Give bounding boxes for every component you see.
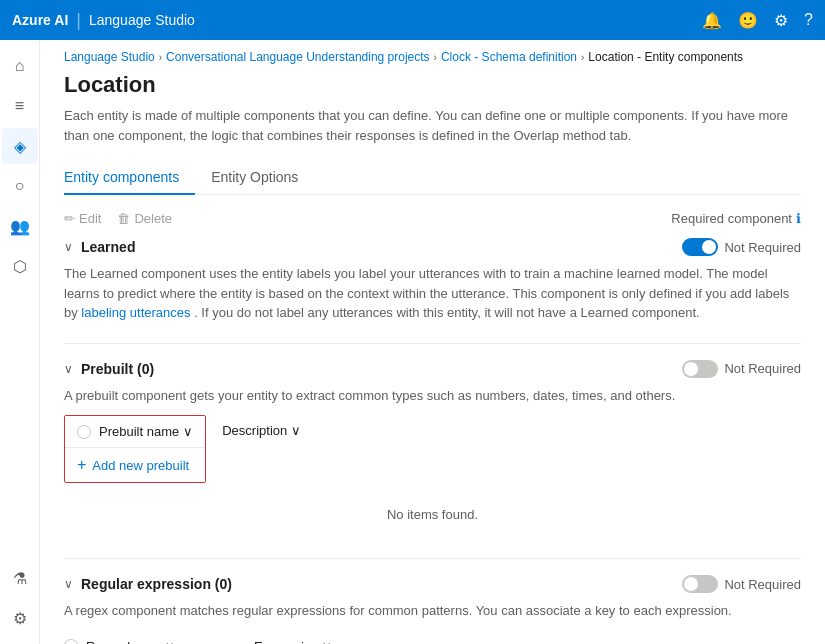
prebuilt-col1-chevron: ∨ <box>183 424 193 439</box>
prebuilt-toggle-area: Not Required <box>682 360 801 378</box>
page-title: Location <box>64 72 801 98</box>
sidebar-icon-beaker[interactable]: ⚗ <box>2 560 38 596</box>
section-prebuilt-title-row: ∨ Prebuilt (0) <box>64 361 154 377</box>
learned-toggle-knob <box>702 240 716 254</box>
regex-key-sort-icon: ↑↓ <box>151 641 161 645</box>
regex-description: A regex component matches regular expres… <box>64 601 801 621</box>
sidebar-icon-box[interactable]: ⬡ <box>2 248 38 284</box>
regex-key-col-header[interactable]: Regex key ↑↓ ∨ <box>86 639 246 645</box>
section-learned-title-row: ∨ Learned <box>64 239 135 255</box>
main-layout: ⌂ ≡ ◈ ○ 👥 ⬡ ⚗ ⚙ Language Studio › Conver… <box>0 40 825 644</box>
sidebar: ⌂ ≡ ◈ ○ 👥 ⬡ ⚗ ⚙ <box>0 40 40 644</box>
labeling-utterances-link[interactable]: labeling utterances <box>81 305 190 320</box>
regex-key-label: Regex key <box>86 639 147 645</box>
breadcrumb-item-1[interactable]: Language Studio <box>64 50 155 64</box>
edit-icon: ✏ <box>64 211 75 226</box>
section-learned-header: ∨ Learned Not Required <box>64 238 801 256</box>
section-regex: ∨ Regular expression (0) Not Required A … <box>64 575 801 644</box>
prebuilt-toggle[interactable] <box>682 360 718 378</box>
sidebar-icon-entity[interactable]: ◈ <box>2 128 38 164</box>
breadcrumb-item-3[interactable]: Clock - Schema definition <box>441 50 577 64</box>
description-col-header[interactable]: Description ∨ <box>222 423 301 438</box>
prebuilt-chevron-icon[interactable]: ∨ <box>64 362 73 376</box>
regex-toggle-label: Not Required <box>724 577 801 592</box>
delete-label: Delete <box>134 211 172 226</box>
delete-icon: 🗑 <box>117 211 130 226</box>
regex-toggle[interactable] <box>682 575 718 593</box>
learned-chevron-icon[interactable]: ∨ <box>64 240 73 254</box>
sidebar-icon-home[interactable]: ⌂ <box>2 48 38 84</box>
sidebar-icon-menu[interactable]: ≡ <box>2 88 38 124</box>
regex-toggle-knob <box>684 577 698 591</box>
top-navigation: Azure AI | Language Studio 🔔 🙂 ⚙ ? <box>0 0 825 40</box>
breadcrumb-sep-3: › <box>581 52 584 63</box>
divider-1 <box>64 343 801 344</box>
learned-title: Learned <box>81 239 135 255</box>
learned-description: The Learned component uses the entity la… <box>64 264 801 323</box>
required-component-label: Required component <box>671 211 792 226</box>
add-prebuilt-label: Add new prebuilt <box>92 458 189 473</box>
regex-radio[interactable] <box>64 639 78 644</box>
required-info-icon[interactable]: ℹ <box>796 211 801 226</box>
learned-toggle[interactable] <box>682 238 718 256</box>
edit-button[interactable]: ✏ Edit <box>64 211 101 226</box>
regex-table-header: Regex key ↑↓ ∨ Expression ∨ <box>64 631 801 645</box>
breadcrumb-sep-1: › <box>159 52 162 63</box>
toolbar: ✏ Edit 🗑 Delete Required component ℹ <box>64 211 801 226</box>
prebuilt-col1-label: Prebuilt name <box>99 424 179 439</box>
sidebar-icon-circle[interactable]: ○ <box>2 168 38 204</box>
tab-entity-options[interactable]: Entity Options <box>195 161 314 195</box>
add-prebuilt-plus-icon: + <box>77 456 86 474</box>
tabs-container: Entity components Entity Options <box>64 161 801 195</box>
settings-icon[interactable]: ⚙ <box>774 11 788 30</box>
nav-divider: | <box>76 10 81 31</box>
no-items-message: No items found. <box>64 491 801 538</box>
toolbar-right: Required component ℹ <box>671 211 801 226</box>
learned-toggle-label: Not Required <box>724 240 801 255</box>
tab-entity-components[interactable]: Entity components <box>64 161 195 195</box>
regex-expression-chevron-icon: ∨ <box>322 639 332 645</box>
regex-key-chevron-icon: ∨ <box>165 639 175 645</box>
prebuilt-toggle-label: Not Required <box>724 361 801 376</box>
sidebar-icon-settings[interactable]: ⚙ <box>2 600 38 636</box>
add-new-prebuilt-button[interactable]: + Add new prebuilt <box>65 448 205 482</box>
breadcrumb: Language Studio › Conversational Languag… <box>64 40 801 72</box>
brand-label: Azure AI <box>12 12 68 28</box>
learned-desc-text2: . If you do not label any utterances wit… <box>194 305 700 320</box>
breadcrumb-item-4: Location - Entity components <box>588 50 743 64</box>
toolbar-left: ✏ Edit 🗑 Delete <box>64 211 172 226</box>
breadcrumb-sep-2: › <box>434 52 437 63</box>
section-prebuilt: ∨ Prebuilt (0) Not Required A prebuilt c… <box>64 360 801 539</box>
description-col-area: Description ∨ <box>206 415 317 491</box>
learned-toggle-area: Not Required <box>682 238 801 256</box>
main-content: Language Studio › Conversational Languag… <box>40 40 825 644</box>
prebuilt-radio[interactable] <box>77 425 91 439</box>
delete-button[interactable]: 🗑 Delete <box>117 211 172 226</box>
breadcrumb-item-2[interactable]: Conversational Language Understanding pr… <box>166 50 430 64</box>
help-icon[interactable]: ? <box>804 11 813 29</box>
smiley-icon[interactable]: 🙂 <box>738 11 758 30</box>
regex-expression-label: Expression <box>254 639 318 645</box>
bell-icon[interactable]: 🔔 <box>702 11 722 30</box>
section-regex-header: ∨ Regular expression (0) Not Required <box>64 575 801 593</box>
prebuilt-toggle-knob <box>684 362 698 376</box>
regex-title: Regular expression (0) <box>81 576 232 592</box>
sidebar-icon-people[interactable]: 👥 <box>2 208 38 244</box>
app-title: Language Studio <box>89 12 195 28</box>
topnav-icons: 🔔 🙂 ⚙ ? <box>702 11 813 30</box>
edit-label: Edit <box>79 211 101 226</box>
prebuilt-description: A prebuilt component gets your entity to… <box>64 386 801 406</box>
regex-toggle-area: Not Required <box>682 575 801 593</box>
section-regex-title-row: ∨ Regular expression (0) <box>64 576 232 592</box>
prebuilt-table-header: Prebuilt name ∨ <box>65 416 205 448</box>
regex-expression-col-header[interactable]: Expression ∨ <box>254 639 801 645</box>
regex-chevron-icon[interactable]: ∨ <box>64 577 73 591</box>
prebuilt-title: Prebuilt (0) <box>81 361 154 377</box>
section-learned: ∨ Learned Not Required The Learned compo… <box>64 238 801 323</box>
prebuilt-name-col-header[interactable]: Prebuilt name ∨ <box>99 424 193 439</box>
section-prebuilt-header: ∨ Prebuilt (0) Not Required <box>64 360 801 378</box>
divider-2 <box>64 558 801 559</box>
description-col-chevron: ∨ <box>291 423 301 438</box>
description-col-label: Description <box>222 423 287 438</box>
page-description: Each entity is made of multiple componen… <box>64 106 801 145</box>
